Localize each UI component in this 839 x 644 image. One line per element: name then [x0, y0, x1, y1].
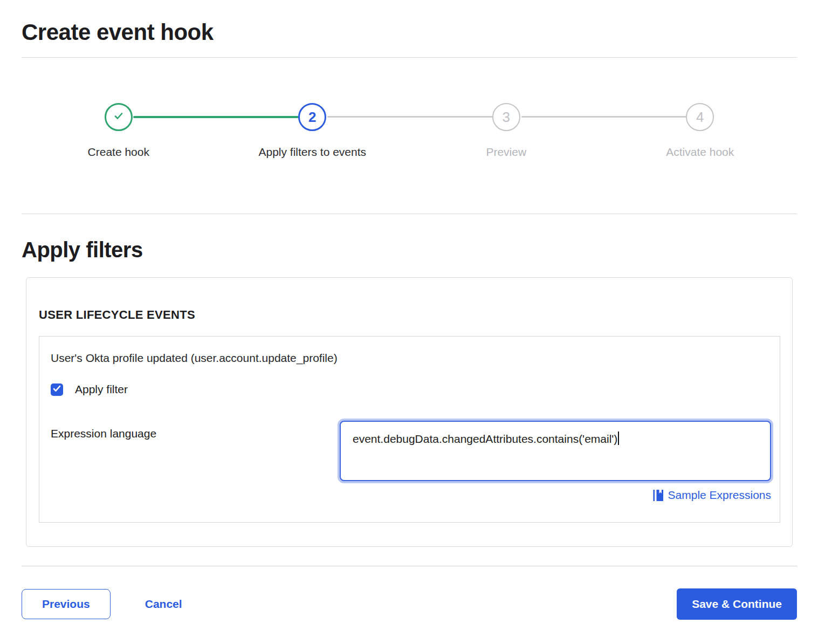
stepper-connector-complete	[133, 116, 299, 118]
save-continue-button[interactable]: Save & Continue	[677, 588, 797, 620]
event-group-heading: USER LIFECYCLE EVENTS	[39, 308, 780, 322]
step-circle-complete	[105, 103, 133, 131]
step-number: 3	[503, 109, 510, 126]
step-circle-upcoming: 3	[492, 103, 520, 131]
step-number: 4	[696, 109, 704, 126]
event-title: User's Okta profile updated (user.accoun…	[51, 352, 771, 365]
stepper-track: 2 3 4	[22, 103, 797, 131]
apply-filter-label: Apply filter	[75, 383, 128, 396]
event-filter-panel: User's Okta profile updated (user.accoun…	[39, 336, 780, 523]
previous-button[interactable]: Previous	[22, 589, 111, 619]
stepper-connector-upcoming	[327, 116, 493, 118]
create-event-hook-page: Create event hook	[22, 0, 797, 620]
page-header: Create event hook	[22, 0, 797, 58]
step-circle-upcoming: 4	[686, 103, 714, 131]
stepper-connector-upcoming	[521, 116, 687, 118]
expression-row: Expression language event.debugData.chan…	[51, 421, 771, 502]
step-circle-current: 2	[298, 103, 326, 131]
page-title: Create event hook	[22, 19, 797, 45]
sample-expressions-label: Sample Expressions	[668, 489, 771, 502]
text-cursor	[618, 431, 619, 445]
step-label-create-hook: Create hook	[22, 146, 216, 159]
step-label-preview: Preview	[409, 146, 603, 159]
check-icon	[112, 109, 126, 125]
section-heading: Apply filters	[22, 238, 797, 262]
sample-expressions-link[interactable]: Sample Expressions	[652, 489, 771, 502]
step-number: 2	[308, 109, 316, 126]
footer-divider	[22, 566, 797, 566]
filters-card: USER LIFECYCLE EVENTS User's Okta profil…	[26, 277, 793, 547]
step-label-activate-hook: Activate hook	[603, 146, 797, 159]
step-label-apply-filters: Apply filters to events	[216, 146, 410, 159]
check-icon	[53, 385, 61, 394]
book-icon	[652, 489, 663, 502]
expression-value: event.debugData.changedAttributes.contai…	[353, 433, 617, 445]
footer-actions: Previous Cancel Save & Continue	[22, 588, 797, 620]
wizard-stepper: 2 3 4 Create hook Apply filters to event…	[22, 58, 797, 214]
apply-filter-checkbox[interactable]	[51, 383, 63, 396]
cancel-button[interactable]: Cancel	[145, 598, 182, 611]
expression-language-label: Expression language	[51, 421, 156, 440]
expression-input[interactable]: event.debugData.changedAttributes.contai…	[340, 421, 771, 481]
apply-filter-row: Apply filter	[51, 383, 771, 396]
